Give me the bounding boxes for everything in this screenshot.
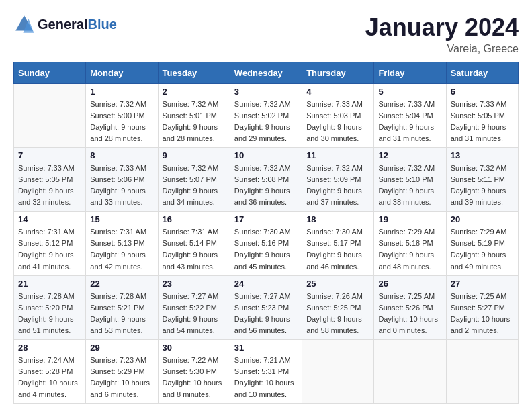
day-info: Sunrise: 7:24 AMSunset: 5:28 PMDaylight:… — [18, 355, 81, 400]
day-number: 4 — [306, 87, 369, 97]
day-info: Sunrise: 7:25 AMSunset: 5:27 PMDaylight:… — [451, 291, 514, 336]
day-number: 26 — [378, 279, 441, 289]
daylight-text: Daylight: 9 hours — [163, 315, 218, 323]
table-row: 5Sunrise: 7:33 AMSunset: 5:04 PMDaylight… — [374, 84, 446, 148]
daylight-text: and 2 minutes. — [451, 326, 499, 334]
sunrise-text: Sunrise: 7:28 AM — [18, 292, 75, 300]
table-row: 22Sunrise: 7:28 AMSunset: 5:21 PMDayligh… — [86, 275, 158, 339]
daylight-text: Daylight: 9 hours — [18, 250, 74, 259]
daylight-text: and 30 minutes. — [306, 134, 359, 142]
day-info: Sunrise: 7:21 AMSunset: 5:31 PMDaylight:… — [234, 355, 298, 400]
daylight-text: Daylight: 9 hours — [163, 123, 218, 131]
daylight-text: and 34 minutes. — [163, 198, 215, 206]
day-info: Sunrise: 7:30 AMSunset: 5:17 PMDaylight:… — [306, 226, 369, 272]
title-block: January 2024 Vareia, Greece — [365, 13, 519, 55]
sunrise-text: Sunrise: 7:31 AM — [163, 228, 219, 236]
sunset-text: Sunset: 5:16 PM — [234, 239, 289, 247]
daylight-text: Daylight: 9 hours — [234, 250, 290, 259]
table-row: 19Sunrise: 7:29 AMSunset: 5:18 PMDayligh… — [374, 212, 446, 275]
sunrise-text: Sunrise: 7:33 AM — [90, 164, 146, 172]
table-row: 9Sunrise: 7:32 AMSunset: 5:07 PMDaylight… — [158, 148, 230, 212]
sunset-text: Sunset: 5:12 PM — [18, 239, 73, 247]
daylight-text: Daylight: 9 hours — [306, 315, 362, 323]
sunrise-text: Sunrise: 7:32 AM — [163, 164, 219, 172]
sunrise-text: Sunrise: 7:30 AM — [234, 228, 291, 236]
table-row: 25Sunrise: 7:26 AMSunset: 5:25 PMDayligh… — [302, 275, 374, 339]
sunset-text: Sunset: 5:31 PM — [234, 367, 289, 375]
sunrise-text: Sunrise: 7:32 AM — [378, 164, 435, 172]
daylight-text: and 32 minutes. — [18, 198, 71, 206]
daylight-text: Daylight: 9 hours — [378, 123, 434, 131]
sunset-text: Sunset: 5:07 PM — [163, 175, 217, 183]
daylight-text: and 51 minutes. — [18, 326, 71, 334]
sunrise-text: Sunrise: 7:33 AM — [306, 100, 363, 108]
daylight-text: and 28 minutes. — [90, 134, 142, 142]
sunset-text: Sunset: 5:11 PM — [451, 175, 505, 183]
daylight-text: Daylight: 10 hours — [90, 379, 150, 387]
day-info: Sunrise: 7:32 AMSunset: 5:07 PMDaylight:… — [163, 163, 226, 208]
daylight-text: Daylight: 9 hours — [306, 250, 362, 259]
table-row — [374, 339, 446, 403]
col-friday: Friday — [374, 62, 446, 84]
daylight-text: Daylight: 9 hours — [90, 250, 146, 259]
day-info: Sunrise: 7:32 AMSunset: 5:09 PMDaylight:… — [306, 163, 369, 208]
table-row: 17Sunrise: 7:30 AMSunset: 5:16 PMDayligh… — [230, 212, 302, 275]
day-info: Sunrise: 7:27 AMSunset: 5:22 PMDaylight:… — [163, 291, 226, 336]
table-row — [14, 84, 86, 148]
sunset-text: Sunset: 5:06 PM — [90, 175, 144, 183]
sunset-text: Sunset: 5:25 PM — [306, 304, 361, 312]
daylight-text: Daylight: 10 hours — [18, 379, 78, 387]
table-row: 2Sunrise: 7:32 AMSunset: 5:01 PMDaylight… — [158, 84, 230, 148]
sunset-text: Sunset: 5:02 PM — [234, 111, 289, 120]
sunrise-text: Sunrise: 7:25 AM — [378, 292, 435, 300]
sunset-text: Sunset: 5:05 PM — [451, 111, 505, 120]
daylight-text: Daylight: 9 hours — [234, 315, 290, 323]
day-number: 30 — [163, 342, 226, 353]
table-row: 11Sunrise: 7:32 AMSunset: 5:09 PMDayligh… — [302, 148, 374, 212]
day-number: 28 — [18, 342, 81, 353]
daylight-text: and 46 minutes. — [306, 263, 359, 271]
sunset-text: Sunset: 5:18 PM — [378, 239, 433, 247]
logo-text-blue: Blue — [87, 17, 116, 32]
sunset-text: Sunset: 5:10 PM — [378, 175, 433, 183]
logo: GeneralBlue — [13, 13, 117, 35]
sunset-text: Sunset: 5:08 PM — [234, 175, 289, 183]
day-number: 5 — [378, 87, 441, 97]
month-title: January 2024 — [365, 13, 519, 42]
daylight-text: and 31 minutes. — [378, 134, 431, 142]
daylight-text: and 29 minutes. — [234, 134, 287, 142]
sunrise-text: Sunrise: 7:32 AM — [306, 164, 363, 172]
sunset-text: Sunset: 5:19 PM — [451, 239, 505, 247]
sunset-text: Sunset: 5:09 PM — [306, 175, 361, 183]
daylight-text: Daylight: 9 hours — [18, 315, 74, 323]
day-number: 29 — [90, 342, 153, 353]
day-info: Sunrise: 7:32 AMSunset: 5:00 PMDaylight:… — [90, 99, 153, 144]
day-number: 9 — [163, 150, 226, 161]
daylight-text: and 48 minutes. — [378, 263, 431, 271]
table-row: 3Sunrise: 7:32 AMSunset: 5:02 PMDaylight… — [230, 84, 302, 148]
daylight-text: and 31 minutes. — [451, 134, 503, 142]
day-number: 20 — [451, 214, 514, 224]
sunset-text: Sunset: 5:29 PM — [90, 367, 144, 375]
table-row: 26Sunrise: 7:25 AMSunset: 5:26 PMDayligh… — [374, 275, 446, 339]
daylight-text: Daylight: 10 hours — [163, 379, 222, 387]
day-info: Sunrise: 7:32 AMSunset: 5:11 PMDaylight:… — [451, 163, 514, 208]
sunset-text: Sunset: 5:17 PM — [306, 239, 361, 247]
sunrise-text: Sunrise: 7:32 AM — [163, 100, 219, 108]
daylight-text: and 8 minutes. — [163, 390, 211, 398]
sunset-text: Sunset: 5:13 PM — [90, 239, 144, 247]
daylight-text: and 10 minutes. — [234, 390, 287, 398]
daylight-text: Daylight: 9 hours — [234, 187, 290, 195]
table-row: 12Sunrise: 7:32 AMSunset: 5:10 PMDayligh… — [374, 148, 446, 212]
sunrise-text: Sunrise: 7:33 AM — [451, 100, 507, 108]
table-row: 28Sunrise: 7:24 AMSunset: 5:28 PMDayligh… — [14, 339, 86, 403]
day-number: 21 — [18, 279, 81, 289]
sunrise-text: Sunrise: 7:33 AM — [18, 164, 75, 172]
daylight-text: and 45 minutes. — [234, 263, 287, 271]
day-number: 2 — [163, 87, 226, 97]
day-number: 7 — [18, 150, 81, 161]
day-number: 31 — [234, 342, 298, 353]
col-tuesday: Tuesday — [158, 62, 230, 84]
daylight-text: and 58 minutes. — [306, 326, 359, 334]
day-info: Sunrise: 7:33 AMSunset: 5:04 PMDaylight:… — [378, 99, 441, 144]
